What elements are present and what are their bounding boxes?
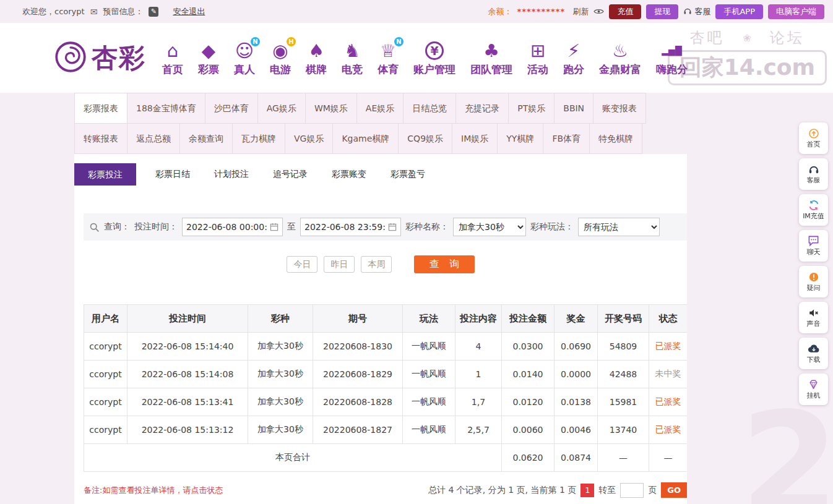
mobile-app-button[interactable]: 手机APP xyxy=(715,4,763,19)
report-tab[interactable]: PT娱乐 xyxy=(508,93,555,124)
message-icon[interactable]: ✉ xyxy=(90,7,98,17)
report-tab[interactable]: FB体育 xyxy=(543,123,590,154)
nav-item-egame[interactable]: ◉H电游 xyxy=(270,39,291,77)
time-from-input[interactable] xyxy=(186,222,267,232)
sidebar-item-download[interactable]: 下载 xyxy=(799,338,828,369)
report-tab[interactable]: 瓦力棋牌 xyxy=(232,123,285,154)
subtab[interactable]: 追号记录 xyxy=(273,169,308,180)
status-cell[interactable]: 已派奖 xyxy=(649,416,688,444)
chess-icon: ♠ xyxy=(306,39,327,62)
table-cell: 42488 xyxy=(598,361,649,388)
subtab[interactable]: 彩票投注 xyxy=(74,163,136,186)
nav-item-hipaofen[interactable]: ▂▅█嗨跑分 xyxy=(656,39,688,77)
recharge-button[interactable]: 充值 xyxy=(609,4,641,19)
today-button[interactable]: 今日 xyxy=(287,256,317,273)
nav-item-chess[interactable]: ♠棋牌 xyxy=(306,39,327,77)
subtab[interactable]: 彩票账变 xyxy=(332,169,366,180)
status-cell[interactable]: 未中奖 xyxy=(649,361,688,388)
edit-icon[interactable]: ✎ xyxy=(149,7,158,17)
summary-prize-total: 0.0874 xyxy=(555,444,598,472)
withdraw-button[interactable]: 提现 xyxy=(646,4,678,19)
sidebar-item-service[interactable]: 客服 xyxy=(799,158,828,190)
subtab[interactable]: 计划投注 xyxy=(214,169,249,180)
refresh-link[interactable]: 刷新 xyxy=(572,6,589,17)
report-tab[interactable]: 日结总览 xyxy=(403,93,456,124)
report-tab[interactable]: VG娱乐 xyxy=(285,123,333,154)
home-up-icon xyxy=(808,127,819,139)
nav-item-activity[interactable]: ⊞活动 xyxy=(527,39,548,77)
table-footer: 备注:如需查看投注单详情，请点击状态 总计 4 个记录, 分为 1 页, 当前第… xyxy=(84,482,687,498)
sidebar-item-sound[interactable]: 声音 xyxy=(799,302,828,333)
week-button[interactable]: 本周 xyxy=(361,256,392,273)
sound-muted-icon xyxy=(808,307,819,318)
table-cell: 加拿大30秒 xyxy=(248,388,313,416)
report-tab[interactable]: AG娱乐 xyxy=(257,93,306,124)
subtab[interactable]: 彩票盈亏 xyxy=(391,169,425,180)
service-link[interactable]: 客服 xyxy=(683,6,710,17)
logo-text: 杏彩 xyxy=(92,41,146,75)
report-tab[interactable]: YY棋牌 xyxy=(497,123,543,154)
calendar-icon[interactable] xyxy=(270,223,278,231)
calendar-icon[interactable] xyxy=(388,223,397,231)
summary-label: 本页合计 xyxy=(84,444,502,472)
column-header: 彩种 xyxy=(248,305,313,333)
nav-item-label: 体育 xyxy=(378,62,399,77)
status-cell[interactable]: 已派奖 xyxy=(649,333,688,361)
nav-item-sports[interactable]: ♕N体育 xyxy=(378,39,399,77)
subtab[interactable]: 彩票日结 xyxy=(155,169,190,180)
nav-item-lottery[interactable]: ◆彩票 xyxy=(198,39,219,77)
sidebar-item-label: 首页 xyxy=(807,140,821,149)
nav-item-home[interactable]: ⌂首页 xyxy=(162,39,183,77)
lottery-select[interactable]: 加拿大30秒 xyxy=(453,218,526,236)
eye-icon[interactable] xyxy=(593,8,604,15)
report-tab[interactable]: BBIN xyxy=(554,93,593,124)
site-logo[interactable]: 杏彩 xyxy=(54,41,146,75)
report-tab[interactable]: AE娱乐 xyxy=(356,93,404,124)
sidebar-item-hangup[interactable]: 挂机 xyxy=(799,374,828,405)
nav-item-live[interactable]: ☺N真人 xyxy=(234,39,255,77)
report-tab[interactable]: 返点总额 xyxy=(127,123,180,154)
balance-value: ********** xyxy=(517,7,565,16)
table-cell: 一帆风顺 xyxy=(403,361,455,388)
nav-item-team[interactable]: ♣团队管理 xyxy=(470,39,512,77)
time-to-input[interactable] xyxy=(304,222,385,232)
status-cell[interactable]: 已派奖 xyxy=(649,388,688,416)
sidebar-item-home[interactable]: 首页 xyxy=(799,122,828,154)
report-tab[interactable]: WM娱乐 xyxy=(305,93,357,124)
table-header-row: 用户名投注时间彩种期号玩法投注内容投注金额奖金开奖号码状态 xyxy=(84,305,688,333)
sidebar-item-label: 下载 xyxy=(807,355,821,364)
table-cell: ccorypt xyxy=(84,333,127,361)
logout-link[interactable]: 安全退出 xyxy=(173,6,205,17)
table-cell: 15981 xyxy=(598,388,649,416)
welcome-text: 欢迎您，ccorypt xyxy=(22,6,85,17)
pagination: 总计 4 个记录, 分为 1 页, 当前第 1 页 1 转至 页 GO xyxy=(428,482,687,498)
report-tab[interactable]: 特免棋牌 xyxy=(589,123,642,154)
current-page-button[interactable]: 1 xyxy=(581,484,594,497)
paofen-icon: ⚡ xyxy=(563,39,584,62)
go-button[interactable]: GO xyxy=(661,482,687,498)
report-tab[interactable]: CQ9娱乐 xyxy=(398,123,452,154)
report-tab[interactable]: 转账报表 xyxy=(74,123,127,154)
play-select[interactable]: 所有玩法 xyxy=(578,218,660,236)
report-tab[interactable]: Kgame棋牌 xyxy=(332,123,399,154)
nav-item-paofen[interactable]: ⚡跑分 xyxy=(563,39,584,77)
nav-item-wealth[interactable]: ♨金鼎财富 xyxy=(599,39,641,77)
search-button[interactable]: 查 询 xyxy=(414,255,474,273)
sidebar-item-label: 挂机 xyxy=(807,391,821,400)
report-tab[interactable]: 彩票报表 xyxy=(74,93,127,124)
report-tab[interactable]: 账变报表 xyxy=(593,93,646,124)
report-tab[interactable]: 充提记录 xyxy=(455,93,509,124)
sidebar-item-chat[interactable]: 聊天 xyxy=(799,230,828,262)
nav-item-account[interactable]: ¥账户管理 xyxy=(413,39,455,77)
nav-item-esports[interactable]: ♞电竞 xyxy=(342,39,363,77)
page-unit-label: 页 xyxy=(648,485,657,496)
pc-client-button[interactable]: 电脑客户端 xyxy=(768,4,824,19)
report-tab[interactable]: 沙巴体育 xyxy=(205,93,258,124)
yesterday-button[interactable]: 昨日 xyxy=(324,256,355,273)
report-tab[interactable]: 余额查询 xyxy=(179,123,233,154)
report-tab[interactable]: 188金宝博体育 xyxy=(127,93,205,124)
sidebar-item-question[interactable]: 疑问 xyxy=(799,266,828,297)
goto-page-input[interactable] xyxy=(620,483,644,498)
sidebar-item-im-recharge[interactable]: IM充值 xyxy=(799,194,828,226)
report-tab[interactable]: IM娱乐 xyxy=(452,123,498,154)
